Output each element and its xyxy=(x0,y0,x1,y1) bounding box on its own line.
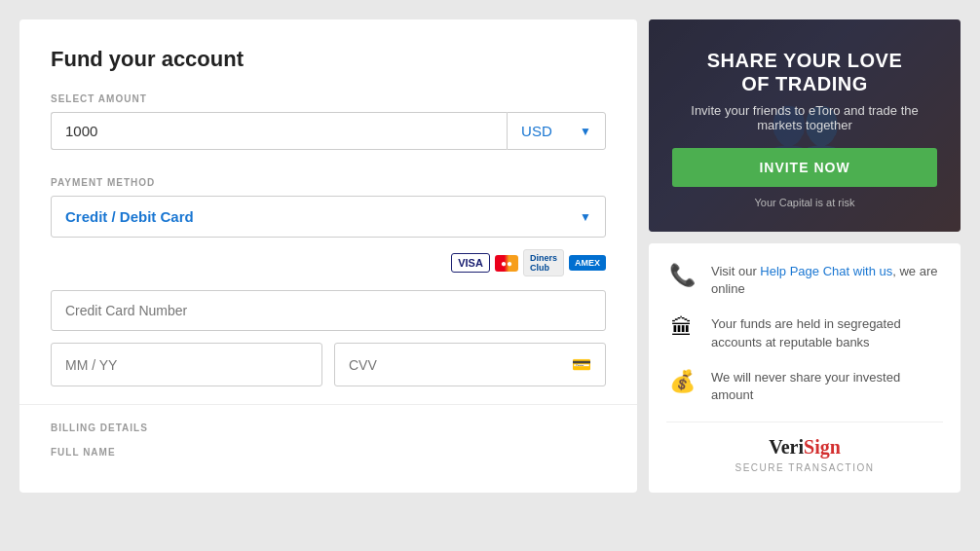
page-title: Fund your account xyxy=(51,47,606,72)
secure-transaction-label: SECURE TRANSACTION xyxy=(666,462,943,473)
chevron-down-icon: ▼ xyxy=(580,125,591,138)
banner-subtext: Invite your friends to eToro and trade t… xyxy=(672,103,937,132)
verisign-area: VeriSign SECURE TRANSACTION xyxy=(666,422,943,473)
payment-method-label: PAYMENT METHOD xyxy=(51,177,606,188)
amex-logo: AMEX xyxy=(569,255,606,271)
payment-chevron-icon: ▼ xyxy=(580,210,591,224)
info-text-privacy: We will never share your invested amount xyxy=(711,369,943,404)
payment-method-dropdown[interactable]: Credit / Debit Card ▼ xyxy=(51,196,606,238)
diners-logo: DinersClub xyxy=(523,249,564,276)
currency-select-wrapper[interactable]: USD EUR GBP ▼ xyxy=(507,112,606,150)
billing-details-label: BILLING DETAILS xyxy=(51,422,606,433)
credit-card-number-input[interactable] xyxy=(51,290,606,331)
bank-icon: 🏛 xyxy=(666,315,697,341)
select-amount-label: SELECT AMOUNT xyxy=(51,93,606,104)
cvv-card-icon: 💳 xyxy=(572,355,591,374)
banner-heading: SHARE YOUR LOVE OF TRADING xyxy=(672,49,937,95)
right-panel: 👥 SHARE YOUR LOVE OF TRADING Invite your… xyxy=(649,19,961,493)
info-item-privacy: 💰 We will never share your invested amou… xyxy=(666,369,943,404)
currency-dropdown[interactable]: USD EUR GBP xyxy=(521,123,572,139)
info-item-support: 📞 Visit our Help Page Chat with us, we a… xyxy=(666,263,943,298)
card-logos: VISA ●● DinersClub AMEX xyxy=(51,249,606,276)
info-text-support: Visit our Help Page Chat with us, we are… xyxy=(711,263,943,298)
expiry-input[interactable] xyxy=(51,343,322,386)
divider xyxy=(19,404,637,405)
mastercard-logo: ●● xyxy=(495,255,518,272)
verisign-logo: VeriSign xyxy=(666,436,943,459)
visa-logo: VISA xyxy=(451,253,490,273)
amount-input[interactable] xyxy=(51,112,507,150)
info-box: 📞 Visit our Help Page Chat with us, we a… xyxy=(649,243,961,493)
payment-method-selected: Credit / Debit Card xyxy=(65,208,194,225)
money-icon: 💰 xyxy=(666,369,697,394)
payment-method-section: PAYMENT METHOD Credit / Debit Card ▼ VIS… xyxy=(51,177,606,386)
phone-icon: 📞 xyxy=(666,263,697,288)
info-item-funds: 🏛 Your funds are held in segregated acco… xyxy=(666,315,943,350)
page-wrapper: Fund your account SELECT AMOUNT USD EUR … xyxy=(10,10,970,502)
banner-content: SHARE YOUR LOVE OF TRADING Invite your f… xyxy=(672,49,937,208)
full-name-label: FULL NAME xyxy=(51,447,606,458)
cc-bottom-row: 💳 xyxy=(51,343,606,386)
help-page-link[interactable]: Help Page xyxy=(760,264,819,278)
banner-risk-text: Your Capital is at risk xyxy=(672,197,937,208)
chat-link[interactable]: Chat with us xyxy=(823,264,893,278)
amount-row: USD EUR GBP ▼ xyxy=(51,112,606,150)
left-panel: Fund your account SELECT AMOUNT USD EUR … xyxy=(19,19,637,493)
invite-now-button[interactable]: INVITE NOW xyxy=(672,148,937,187)
invite-banner: 👥 SHARE YOUR LOVE OF TRADING Invite your… xyxy=(649,19,961,232)
cvv-input[interactable] xyxy=(349,357,572,373)
info-text-funds: Your funds are held in segregated accoun… xyxy=(711,315,943,350)
cvv-wrapper[interactable]: 💳 xyxy=(334,343,606,386)
